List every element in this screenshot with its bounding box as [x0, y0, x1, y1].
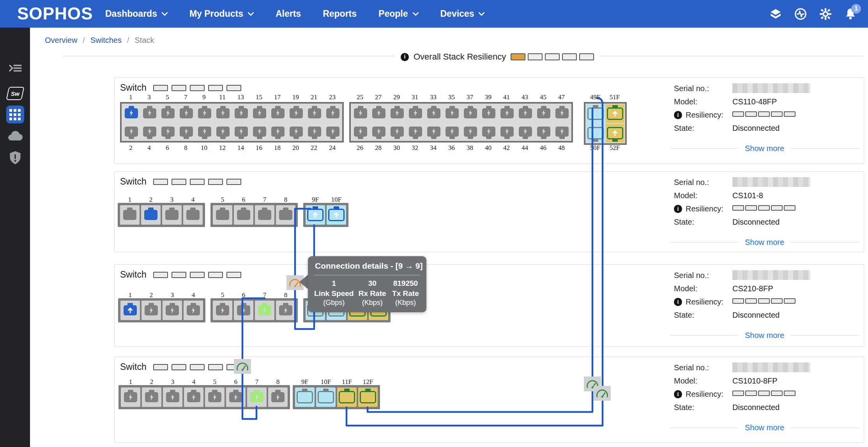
- product-layers-icon[interactable]: [769, 7, 782, 21]
- port-23[interactable]: [324, 104, 341, 122]
- port-8[interactable]: [276, 205, 295, 225]
- port-46[interactable]: [535, 123, 552, 140]
- port-31[interactable]: [407, 104, 424, 122]
- info-icon[interactable]: i: [401, 53, 409, 61]
- port-40[interactable]: [480, 123, 497, 140]
- port-5[interactable]: [159, 104, 177, 122]
- speed-gauge-icon-green[interactable]: [234, 359, 251, 374]
- info-icon[interactable]: i: [674, 390, 682, 398]
- port-34[interactable]: [425, 123, 442, 140]
- port-5[interactable]: [205, 387, 225, 407]
- port-39[interactable]: [480, 104, 497, 122]
- notifications-bell-icon[interactable]: 1: [844, 7, 857, 21]
- port-51F[interactable]: [606, 104, 624, 123]
- nav-item-devices[interactable]: Devices: [440, 9, 485, 19]
- port-47[interactable]: [553, 104, 571, 122]
- port-3[interactable]: [163, 301, 182, 320]
- port-5[interactable]: [213, 301, 232, 320]
- sidebar-item-cloud[interactable]: [7, 130, 23, 141]
- sophos-logo[interactable]: SOPHOS: [17, 4, 93, 23]
- info-icon[interactable]: i: [674, 298, 682, 306]
- port-1[interactable]: [120, 301, 140, 320]
- port-33[interactable]: [425, 104, 442, 122]
- port-2[interactable]: [142, 387, 161, 407]
- port-2[interactable]: [122, 123, 140, 140]
- port-8[interactable]: [177, 123, 195, 140]
- port-4[interactable]: [141, 123, 158, 140]
- port-27[interactable]: [370, 104, 387, 122]
- port-24[interactable]: [324, 123, 341, 140]
- port-36[interactable]: [443, 123, 461, 140]
- sidebar-item-security[interactable]: [9, 151, 21, 165]
- port-30[interactable]: [388, 123, 406, 140]
- port-17[interactable]: [269, 104, 286, 122]
- nav-item-reports[interactable]: Reports: [323, 9, 357, 19]
- port-21[interactable]: [306, 104, 323, 122]
- port-10F[interactable]: [327, 205, 346, 225]
- port-20[interactable]: [287, 123, 305, 140]
- breadcrumb-overview[interactable]: Overview: [45, 36, 77, 45]
- port-12[interactable]: [214, 123, 232, 140]
- port-3[interactable]: [162, 205, 182, 225]
- port-13[interactable]: [232, 104, 250, 122]
- nav-item-alerts[interactable]: Alerts: [276, 9, 301, 19]
- port-2[interactable]: [141, 301, 161, 320]
- port-1[interactable]: [120, 205, 140, 225]
- port-9[interactable]: [196, 104, 213, 122]
- port-35[interactable]: [443, 104, 461, 122]
- port-7[interactable]: [255, 205, 274, 225]
- port-25[interactable]: [352, 104, 369, 122]
- port-6[interactable]: [226, 387, 246, 407]
- port-49F[interactable]: [586, 104, 605, 123]
- port-26[interactable]: [352, 123, 369, 140]
- port-10F[interactable]: [316, 387, 336, 407]
- port-32[interactable]: [407, 123, 424, 140]
- port-4[interactable]: [184, 387, 203, 407]
- nav-item-my-products[interactable]: My Products: [189, 9, 254, 19]
- port-1[interactable]: [122, 104, 140, 122]
- port-22[interactable]: [306, 123, 323, 140]
- sidebar-item-switch-product[interactable]: Sw: [7, 87, 23, 100]
- port-48[interactable]: [553, 123, 571, 140]
- port-19[interactable]: [287, 104, 305, 122]
- port-52F[interactable]: [606, 124, 624, 143]
- port-14[interactable]: [232, 123, 250, 140]
- port-9F[interactable]: [306, 205, 325, 225]
- nav-item-people[interactable]: People: [378, 9, 418, 19]
- port-50F[interactable]: [586, 124, 605, 143]
- show-more-link[interactable]: Show more: [745, 331, 784, 340]
- port-6[interactable]: [234, 205, 253, 225]
- port-42[interactable]: [498, 123, 516, 140]
- port-6[interactable]: [234, 301, 253, 320]
- port-6[interactable]: [159, 123, 177, 140]
- port-44[interactable]: [516, 123, 534, 140]
- sidebar-item-apps-grid[interactable]: [6, 106, 24, 123]
- port-7[interactable]: [247, 387, 267, 407]
- port-4[interactable]: [184, 301, 203, 320]
- port-3[interactable]: [141, 104, 158, 122]
- port-3[interactable]: [163, 387, 182, 407]
- port-12F[interactable]: [358, 387, 378, 407]
- port-11[interactable]: [214, 104, 232, 122]
- speed-gauge-icon-green[interactable]: [594, 386, 611, 401]
- port-43[interactable]: [516, 104, 534, 122]
- port-7[interactable]: [255, 301, 274, 320]
- port-9F[interactable]: [295, 387, 315, 407]
- port-7[interactable]: [177, 104, 195, 122]
- port-2[interactable]: [141, 205, 161, 225]
- show-more-link[interactable]: Show more: [745, 238, 784, 247]
- show-more-link[interactable]: Show more: [745, 423, 784, 432]
- gear-icon[interactable]: [819, 7, 832, 21]
- port-8[interactable]: [268, 387, 288, 407]
- port-28[interactable]: [370, 123, 387, 140]
- port-37[interactable]: [461, 104, 479, 122]
- port-18[interactable]: [269, 123, 286, 140]
- port-1[interactable]: [121, 387, 140, 407]
- nav-item-dashboards[interactable]: Dashboards: [105, 9, 168, 19]
- port-11F[interactable]: [337, 387, 357, 407]
- show-more-link[interactable]: Show more: [745, 144, 784, 153]
- port-38[interactable]: [461, 123, 479, 140]
- port-45[interactable]: [535, 104, 552, 122]
- info-icon[interactable]: i: [674, 205, 682, 213]
- info-icon[interactable]: i: [674, 111, 682, 119]
